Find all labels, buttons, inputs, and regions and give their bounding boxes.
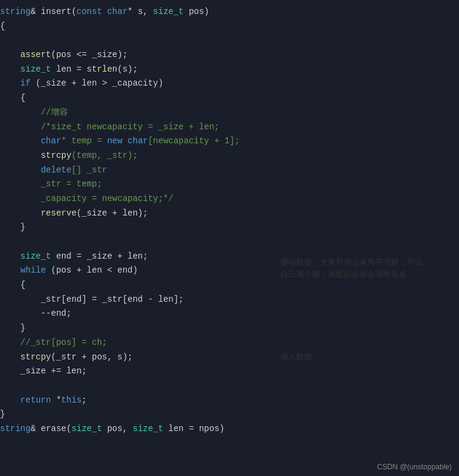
code-lines: string& insert(const char* s, size_t pos… <box>0 5 459 437</box>
code-line: } <box>0 220 459 235</box>
code-line: //增容 <box>0 106 459 120</box>
code-text: strcpy(_str + pos, s); <box>0 351 132 364</box>
code-text: size_t len = strlen(s); <box>0 63 138 76</box>
code-line: char* temp = new char[newcapacity + 1]; <box>0 134 459 149</box>
annotation-insert-data: 插入数据 <box>280 351 312 363</box>
code-text: reserve(_size + len); <box>0 207 148 220</box>
code-line: { <box>0 19 459 34</box>
code-line: return *this; <box>0 393 459 408</box>
code-text: { <box>0 92 25 105</box>
code-text: } <box>0 221 25 234</box>
code-text: { <box>0 20 5 33</box>
code-text: while (pos + len < end) <box>0 264 138 277</box>
code-line: delete[] _str <box>0 163 459 178</box>
code-text: /*size_t newcapacity = _size + len; <box>0 121 219 134</box>
code-line: reserve(_size + len); <box>0 206 459 221</box>
code-text: } <box>0 322 25 335</box>
code-line: size_t len = strlen(s); <box>0 63 459 77</box>
code-line: _str = temp; <box>0 177 459 192</box>
code-line: string& insert(const char* s, size_t pos… <box>0 5 459 19</box>
code-text: //增容 <box>0 106 68 120</box>
code-text: return *this; <box>0 394 87 407</box>
code-line <box>0 33 459 48</box>
code-line: } <box>0 407 459 422</box>
code-text: char* temp = new char[newcapacity + 1]; <box>0 135 240 148</box>
code-line: } <box>0 321 459 336</box>
code-line: /*size_t newcapacity = _size + len; <box>0 120 459 135</box>
code-line: if (_size + len > _capacity) <box>0 76 459 91</box>
code-text: _size += len; <box>0 365 87 378</box>
code-text <box>0 236 5 249</box>
code-text: string& erase(size_t pos, size_t len = n… <box>0 423 225 436</box>
code-line: _size += len; <box>0 364 459 379</box>
code-line: string& erase(size_t pos, size_t len = n… <box>0 422 459 437</box>
annotation-move-data: 挪动数据，大家对停止条件不理解，可以自己画个图，画图以后就会清晰很多 <box>280 256 423 280</box>
code-text: _capacity = newcapacity;*/ <box>0 192 174 206</box>
code-line: { <box>0 91 459 106</box>
code-line: _capacity = newcapacity;*/ <box>0 192 459 206</box>
code-text <box>0 379 5 393</box>
code-line: strcpy(temp, _str); <box>0 149 459 163</box>
code-line: { <box>0 278 459 293</box>
code-text: { <box>0 279 25 292</box>
code-text: _str = temp; <box>0 178 102 191</box>
code-text: assert(pos <= _size); <box>0 49 127 62</box>
code-line: assert(pos <= _size); <box>0 48 459 63</box>
code-text: delete[] _str <box>0 164 107 177</box>
code-text: } <box>0 408 5 421</box>
code-line: --end; <box>0 307 459 321</box>
code-line: strcpy(_str + pos, s); <box>0 350 459 365</box>
code-text: if (_size + len > _capacity) <box>0 77 163 90</box>
code-text: _str[end] = _str[end - len]; <box>0 293 183 307</box>
code-text: //_str[pos] = ch; <box>0 336 107 350</box>
code-text <box>0 34 5 47</box>
code-viewer: string& insert(const char* s, size_t pos… <box>0 0 459 476</box>
csdn-watermark: CSDN @(unstoppable) <box>377 463 452 471</box>
code-text: size_t end = _size + len; <box>0 250 148 264</box>
code-line: _str[end] = _str[end - len]; <box>0 293 459 307</box>
code-line <box>0 379 459 393</box>
code-line: //_str[pos] = ch; <box>0 336 459 350</box>
code-line <box>0 235 459 250</box>
code-text: --end; <box>0 307 72 321</box>
code-text: string& insert(const char* s, size_t pos… <box>0 5 209 19</box>
code-text: strcpy(temp, _str); <box>0 149 138 163</box>
